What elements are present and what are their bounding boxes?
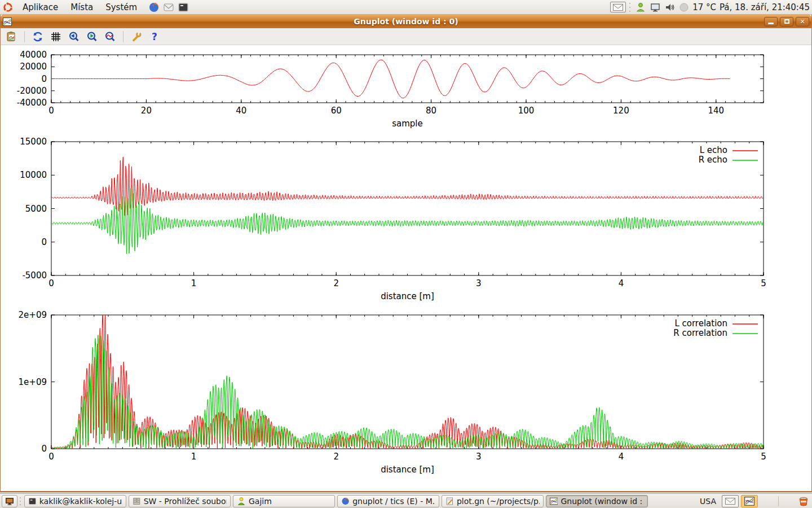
tray-mail-icon[interactable] [722,495,739,507]
x-tick-label: 60 [331,106,342,116]
legend-label: R correlation [673,328,727,338]
task-label: gnuplot / tics (E) - M... [352,497,435,506]
y-tick-label: 20000 [20,62,47,72]
y-tick-label: 1e+09 [19,377,47,387]
taskbar-button-terminal[interactable]: kaklik@kaklik-kolej-u... [24,495,126,507]
legend-label: L correlation [674,318,727,329]
svg-text:?: ? [152,31,157,42]
task-label: Gajim [249,497,272,506]
x-tick-label: 4 [619,452,624,462]
taskbar-button-file-manager[interactable]: SW - Prohlížeč souborů [129,495,231,507]
replot-button[interactable] [30,29,45,44]
ubuntu-logo-icon[interactable] [2,2,14,13]
y-tick-label: 0 [41,237,47,247]
terminal-launcher-icon[interactable] [178,2,189,13]
x-tick-label: 1 [191,278,197,288]
axis-ticks [51,55,764,103]
titlebar[interactable]: Gnuplot (window id : 0) ✕ [1,15,811,28]
series-signal [51,60,730,98]
y-tick-label: 5000 [25,204,47,214]
tray-handle[interactable] [629,3,632,12]
x-tick-label: 100 [518,106,535,116]
x-axis-label: distance [m] [381,291,434,301]
display-icon[interactable] [650,2,661,13]
weather-icon[interactable] [679,2,689,12]
y-tick-label: 0 [41,444,47,454]
y-tick-label: -40000 [17,98,47,108]
zoom-previous-button[interactable] [67,29,81,44]
menu-places[interactable]: Místa [65,1,99,14]
y-tick-label: 15000 [20,137,47,147]
show-desktop-button[interactable] [2,495,17,507]
minimize-button[interactable] [764,17,778,27]
y-tick-label: 10000 [20,170,47,180]
y-tick-label: 0 [41,74,47,84]
plot-frame [51,142,764,275]
menu-system[interactable]: Systém [100,1,143,14]
plot-frame [51,55,764,103]
y-tick-label: 40000 [20,50,47,60]
tray-gnuplot-icon[interactable] [741,495,758,507]
help-button[interactable]: ? [147,29,162,44]
gnuplot-window: Gnuplot (window id : 0) ✕ [0,15,812,492]
x-tick-label: 1 [191,452,197,462]
plot-canvas[interactable]: 020406080100120140-40000-200000200004000… [1,45,811,491]
clock-label[interactable]: Pá, 18. září, 21:40:45 [720,2,810,12]
keyboard-layout-indicator[interactable]: USA [700,497,716,506]
taskbar-handle[interactable] [20,496,22,506]
x-tick-label: 2 [333,278,339,288]
volume-icon[interactable] [664,2,676,13]
series-r-correlation [51,335,764,449]
taskbar: kaklik@kaklik-kolej-u... SW - Prohlížeč … [0,493,812,508]
chart-0: 020406080100120140-40000-200000200004000… [17,50,764,129]
chart-1: 012345-5000050001000015000distance [m]L … [20,137,766,301]
x-tick-label: 0 [48,452,54,462]
toolbar-separator [123,31,123,42]
top-panel: Aplikace Místa Systém [0,0,812,15]
taskbar-button-editor[interactable]: plot.gn (~/projects/p... [442,495,544,507]
x-tick-label: 80 [426,106,436,116]
x-tick-label: 3 [476,278,482,288]
x-tick-label: 40 [236,106,246,116]
taskbar-button-browser[interactable]: gnuplot / tics (E) - M... [337,495,439,507]
plots: 020406080100120140-40000-200000200004000… [1,45,811,491]
y-tick-label: 2e+09 [19,310,47,320]
menu-applications[interactable]: Aplikace [17,1,64,14]
maximize-button[interactable] [780,17,793,27]
x-axis-label: distance [m] [381,465,434,475]
mail-launcher-icon[interactable] [163,2,174,13]
grid-button[interactable] [48,29,63,44]
settings-button[interactable] [129,29,144,44]
window-icon [3,17,12,26]
x-tick-label: 2 [333,452,339,462]
firefox-launcher-icon[interactable] [148,2,160,13]
task-label: Gnuplot (window id : 0) [561,497,644,506]
trash-icon[interactable] [798,496,809,507]
series-l-echo [51,157,764,216]
user-switcher-icon[interactable] [635,2,646,13]
close-button[interactable]: ✕ [796,17,809,27]
x-tick-label: 140 [708,106,724,116]
legend-label: L echo [700,145,727,155]
x-tick-label: 5 [761,278,766,288]
x-tick-label: 0 [48,106,54,116]
toolbar: ? [1,28,811,45]
autoscale-button[interactable] [103,29,117,44]
task-label: SW - Prohlížeč souborů [144,497,227,506]
x-tick-label: 120 [613,106,629,116]
toolbar-separator [24,31,25,42]
copy-to-clipboard-button[interactable] [4,29,19,44]
axis-ticks [51,142,764,275]
temperature-label: 17 °C [692,2,716,12]
x-tick-label: 0 [48,278,54,288]
taskbar-button-gajim[interactable]: Gajim [233,495,335,507]
taskbar-separator [778,496,779,506]
mail-indicator-icon[interactable] [610,2,626,12]
task-label: kaklik@kaklik-kolej-u... [39,497,122,506]
x-tick-label: 4 [619,278,624,288]
window-title: Gnuplot (window id : 0) [1,17,811,26]
x-tick-label: 3 [476,452,482,462]
zoom-next-button[interactable] [85,29,99,44]
x-axis-label: sample [392,119,423,129]
taskbar-button-gnuplot[interactable]: Gnuplot (window id : 0) [546,495,648,507]
